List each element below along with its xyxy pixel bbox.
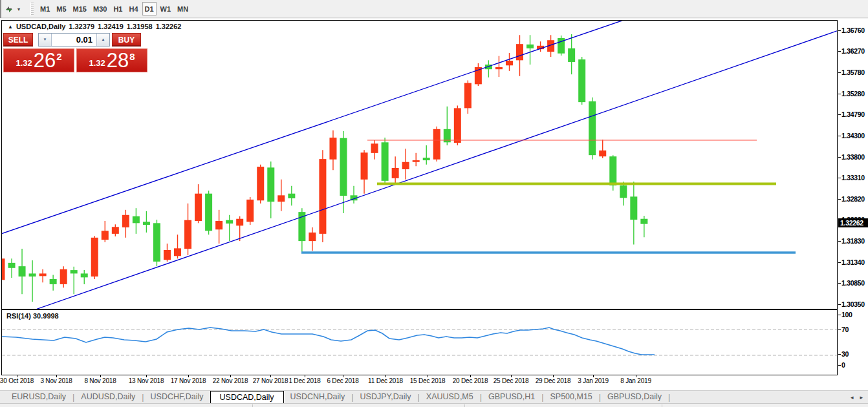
rsi-pane[interactable] xyxy=(2,328,837,355)
date-tick-label: 27 Nov 2018 xyxy=(253,377,288,384)
timeframe-button-m1[interactable]: M1 xyxy=(38,2,52,16)
buy-price-big: 28 xyxy=(107,50,129,70)
candle-body xyxy=(215,221,222,229)
tab-scroll-left-icon[interactable]: ◂ xyxy=(851,394,854,401)
candle-body xyxy=(309,233,316,241)
candle xyxy=(620,182,627,205)
candle-body xyxy=(277,195,285,202)
candle xyxy=(174,235,181,258)
symbol-period-label: USDCAD,Daily xyxy=(16,23,65,30)
volume-decrease-button[interactable]: ▼ xyxy=(39,34,52,46)
date-tick-label: 3 Nov 2018 xyxy=(40,377,72,384)
rsi-tick-label: 100 xyxy=(841,311,868,318)
candle xyxy=(578,57,585,105)
candle xyxy=(81,270,88,284)
candle-body xyxy=(589,101,596,155)
tab-scroll-right-icon[interactable]: ▸ xyxy=(860,394,863,401)
candle-body xyxy=(433,129,440,160)
price-tick xyxy=(838,283,841,284)
volume-input[interactable]: 0.01 xyxy=(52,34,96,46)
candle xyxy=(423,145,430,165)
date-tick-label: 22 Nov 2018 xyxy=(213,377,248,384)
candle xyxy=(143,211,150,233)
candle xyxy=(485,60,492,77)
timeframe-button-d1[interactable]: D1 xyxy=(142,2,157,16)
candle-body xyxy=(226,220,233,224)
tab-gbpusd-daily[interactable]: GBPUSD,Daily xyxy=(601,391,668,403)
candle-body xyxy=(195,194,202,221)
candle xyxy=(402,149,409,180)
candle-body xyxy=(39,273,47,276)
date-tick-label: 20 Dec 2018 xyxy=(453,377,488,384)
timeframe-button-m5[interactable]: M5 xyxy=(54,2,69,16)
tab-gbpusd-h1[interactable]: GBPUSD,H1 xyxy=(482,391,541,403)
candle-body xyxy=(246,200,254,222)
candle xyxy=(226,215,233,241)
tab-xauusd-m5[interactable]: XAUUSD,M5 xyxy=(420,391,480,403)
buy-price-box[interactable]: 1.32288 xyxy=(76,48,147,72)
timeframe-button-h4[interactable]: H4 xyxy=(126,2,140,16)
price-tick-label: 1.36270 xyxy=(841,47,868,55)
candle xyxy=(495,56,503,77)
candle xyxy=(309,227,316,251)
candle xyxy=(329,130,336,171)
rsi-tick-label: 0 xyxy=(841,361,868,369)
toolbar: ▾ M1M5M15M30H1H4D1W1MN xyxy=(0,0,868,18)
timeframe-button-mn[interactable]: MN xyxy=(175,2,191,16)
candle xyxy=(640,216,647,237)
mt4-window: ▾ M1M5M15M30H1H4D1W1MN ▲USDCAD,Daily1.32… xyxy=(0,0,868,407)
candle-body xyxy=(257,167,264,200)
toolbar-drag-handle[interactable] xyxy=(30,3,34,16)
timeframe-button-m15[interactable]: M15 xyxy=(71,2,89,16)
status-divider xyxy=(662,404,662,407)
candle xyxy=(205,191,212,235)
price-tick-label: 1.34300 xyxy=(841,132,868,140)
chart-shift-tool[interactable]: ▾ xyxy=(4,3,20,16)
candle xyxy=(102,221,109,242)
tab-audusd-daily[interactable]: AUDUSD,Daily xyxy=(74,391,142,403)
price-tick-label: 1.36760 xyxy=(841,26,868,34)
timeframe-button-w1[interactable]: W1 xyxy=(158,2,174,16)
candle xyxy=(215,210,222,244)
candle xyxy=(8,258,16,278)
candle-body xyxy=(506,61,513,65)
price-tick xyxy=(838,114,841,115)
candle xyxy=(50,275,57,290)
channel-lower-line[interactable] xyxy=(37,31,837,309)
tab-usdcnh-daily[interactable]: USDCNH,Daily xyxy=(284,391,352,403)
tab-sp500-m15[interactable]: SP500,M15 xyxy=(543,391,598,403)
tab-usdchf-daily[interactable]: USDCHF,Daily xyxy=(144,391,210,403)
volume-increase-button[interactable]: ▲ xyxy=(96,34,109,46)
tab-usdcad-daily[interactable]: USDCAD,Daily xyxy=(210,391,284,404)
date-tick-label: 6 Dec 2018 xyxy=(327,377,358,384)
candle-body xyxy=(640,219,647,224)
tab-usdjpy-daily[interactable]: USDJPY,Daily xyxy=(354,391,418,403)
dropdown-caret-icon[interactable]: ▾ xyxy=(17,6,20,12)
sell-price-box[interactable]: 1.32262 xyxy=(3,48,74,72)
candle xyxy=(267,162,274,218)
price-tick-label: 1.30850 xyxy=(841,279,868,287)
timeframe-toolbar: M1M5M15M30H1H4D1W1MN xyxy=(38,2,192,16)
price-tick xyxy=(838,157,841,158)
timeframe-button-m30[interactable]: M30 xyxy=(91,2,109,16)
sell-price-sup: 2 xyxy=(56,51,61,62)
candle-body xyxy=(102,231,109,240)
sell-price-prefix: 1.32 xyxy=(16,58,32,70)
price-tick-label: 1.33800 xyxy=(841,153,868,161)
price-tick-label: 1.31340 xyxy=(841,258,868,266)
price-tick-label: 1.30350 xyxy=(841,300,868,308)
price-tick xyxy=(838,262,841,263)
sell-button[interactable]: SELL xyxy=(3,33,33,47)
date-tick-label: 1 Dec 2018 xyxy=(288,377,320,384)
pane-separator[interactable] xyxy=(2,309,837,310)
date-tick-label: 25 Dec 2018 xyxy=(494,377,529,384)
collapse-icon[interactable]: ▲ xyxy=(8,24,13,30)
status-bar-edge xyxy=(0,403,868,407)
timeframe-button-h1[interactable]: H1 xyxy=(111,2,125,16)
candle-body xyxy=(112,227,119,234)
tab-eurusd-daily[interactable]: EURUSD,Daily xyxy=(5,391,72,403)
buy-button[interactable]: BUY xyxy=(112,33,141,47)
one-click-trading-panel: SELL ▼ 0.01 ▲ BUY 1.32262 1.32288 xyxy=(3,33,148,91)
chart-tabs: EURUSD,Daily|AUDUSD,Daily|USDCHF,DailyUS… xyxy=(0,391,670,404)
chart-title: ▲USDCAD,Daily1.323791.324191.319581.3226… xyxy=(8,23,181,30)
